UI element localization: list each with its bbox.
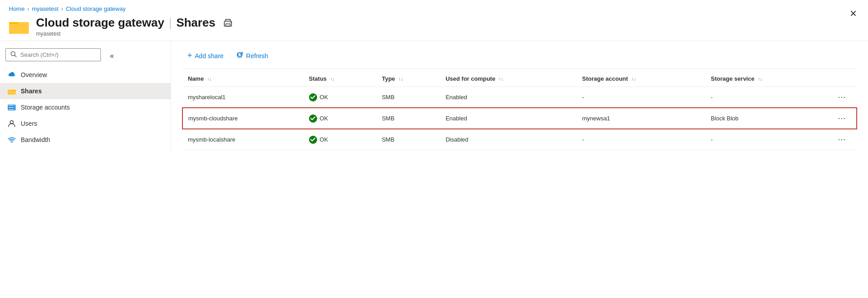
more-options-button[interactable]: ··· [835, 134, 849, 145]
main-content: + Add share Refresh N [171, 41, 868, 150]
sidebar-shares-label: Shares [21, 87, 42, 95]
breadcrumb-sep-1: › [27, 6, 29, 12]
sidebar-bandwidth-label: Bandwidth [21, 136, 50, 143]
page-title: Cloud storage gateway [36, 16, 164, 30]
cell-name: mysmb-cloudshare [182, 108, 304, 129]
sort-icon-storage-service: ↑↓ [758, 77, 763, 82]
col-header-name[interactable]: Name ↑↓ [182, 71, 304, 87]
sort-icon-status: ↑↓ [330, 77, 335, 82]
status-cell: OK [309, 115, 371, 123]
svg-point-12 [14, 105, 14, 106]
sidebar-item-bandwidth[interactable]: Bandwidth [0, 132, 171, 148]
page-wrapper: Home › myasetest › Cloud storage gateway… [0, 0, 868, 298]
sidebar-overview-label: Overview [21, 71, 47, 78]
shares-folder-icon [7, 87, 16, 96]
breadcrumb-home[interactable]: Home [9, 5, 25, 12]
cell-type: SMB [377, 108, 440, 129]
sidebar-item-storage-accounts[interactable]: Storage accounts [0, 99, 171, 115]
collapse-button[interactable]: « [107, 49, 117, 63]
add-share-button[interactable]: + Add share [182, 48, 229, 63]
status-label: OK [320, 94, 328, 101]
storage-icon [7, 103, 16, 112]
cell-storage-service: - [705, 87, 830, 108]
search-input[interactable] [20, 51, 96, 58]
cell-storage-account: - [577, 129, 705, 150]
status-ok-icon [309, 115, 317, 123]
title-bar: Cloud storage gateway | Shares myasetest [0, 14, 868, 41]
status-label: OK [320, 136, 328, 143]
col-header-storage-account[interactable]: Storage account ↑↓ [577, 71, 705, 87]
add-share-label: Add share [195, 52, 224, 60]
svg-point-5 [230, 22, 231, 23]
svg-line-7 [15, 55, 17, 57]
refresh-label: Refresh [246, 52, 268, 60]
sidebar-storage-accounts-label: Storage accounts [21, 104, 70, 111]
cell-storage-account: mynewsa1 [577, 108, 705, 129]
close-button[interactable]: ✕ [848, 6, 859, 21]
sidebar-users-label: Users [21, 120, 37, 127]
svg-point-13 [14, 107, 14, 108]
col-header-type[interactable]: Type ↑↓ [377, 71, 440, 87]
breadcrumb-myasetest[interactable]: myasetest [32, 5, 59, 12]
cell-used-for-compute: Disabled [440, 129, 577, 150]
cloud-icon [7, 70, 16, 79]
col-header-status[interactable]: Status ↑↓ [304, 71, 377, 87]
print-button[interactable] [222, 17, 234, 29]
table-header-row: Name ↑↓ Status ↑↓ Type ↑↓ Used for com [182, 71, 857, 87]
title-divider: | [169, 16, 172, 30]
title-text-group: Cloud storage gateway | Shares myasetest [36, 16, 234, 37]
status-label: OK [320, 115, 328, 122]
cell-used-for-compute: Enabled [440, 87, 577, 108]
table-row[interactable]: mysmb-cloudshare OK SMBEnabledmynewsa1Bl… [182, 108, 857, 129]
section-title: Shares [176, 16, 215, 30]
breadcrumb: Home › myasetest › Cloud storage gateway [0, 0, 868, 14]
search-bar[interactable] [5, 48, 101, 61]
col-header-used-for-compute[interactable]: Used for compute ↑↓ [440, 71, 577, 87]
col-header-actions [830, 71, 857, 87]
sort-icon-type: ↑↓ [399, 77, 403, 82]
breadcrumb-sep-2: › [61, 6, 63, 12]
cell-name: mysharelocal1 [182, 87, 304, 108]
user-icon [7, 119, 16, 128]
add-icon: + [187, 51, 192, 60]
sidebar-item-overview[interactable]: Overview [0, 67, 171, 83]
status-cell: OK [309, 136, 371, 144]
shares-table: Name ↑↓ Status ↑↓ Type ↑↓ Used for com [182, 71, 857, 150]
status-cell: OK [309, 93, 371, 101]
search-icon [10, 51, 17, 59]
wifi-icon [7, 135, 16, 144]
subtitle: myasetest [36, 31, 234, 37]
cell-storage-service: Block Blob [705, 108, 830, 129]
col-header-storage-service[interactable]: Storage service ↑↓ [705, 71, 830, 87]
sidebar-item-shares[interactable]: Shares [0, 83, 171, 99]
status-ok-icon [309, 93, 317, 101]
more-options-button[interactable]: ··· [835, 92, 849, 103]
table-row[interactable]: mysmb-localshare OK SMBDisabled--··· [182, 129, 857, 150]
cell-storage-account: - [577, 87, 705, 108]
cell-storage-service: - [705, 129, 830, 150]
sidebar: « Overview Shar [0, 41, 171, 150]
breadcrumb-cloud-storage-gateway[interactable]: Cloud storage gateway [66, 5, 126, 12]
folder-icon [9, 18, 29, 35]
toolbar: + Add share Refresh [182, 41, 857, 69]
main-title-row: Cloud storage gateway | Shares [36, 16, 234, 30]
table-row[interactable]: mysharelocal1 OK SMBEnabled--··· [182, 87, 857, 108]
sort-icon-compute: ↑↓ [499, 77, 503, 82]
search-row: « [0, 45, 171, 67]
cell-name: mysmb-localshare [182, 129, 304, 150]
cell-type: SMB [377, 129, 440, 150]
content-layout: « Overview Shar [0, 41, 868, 150]
sidebar-item-users[interactable]: Users [0, 115, 171, 132]
refresh-button[interactable]: Refresh [231, 49, 273, 63]
cell-type: SMB [377, 87, 440, 108]
svg-point-16 [11, 142, 13, 143]
status-ok-icon [309, 136, 317, 144]
svg-rect-2 [9, 24, 29, 34]
sort-icon-storage-account: ↑↓ [632, 77, 636, 82]
more-options-button[interactable]: ··· [835, 113, 849, 124]
svg-point-14 [14, 109, 14, 110]
cell-used-for-compute: Enabled [440, 108, 577, 129]
refresh-icon [236, 51, 243, 60]
sort-icon-name: ↑↓ [207, 77, 212, 82]
